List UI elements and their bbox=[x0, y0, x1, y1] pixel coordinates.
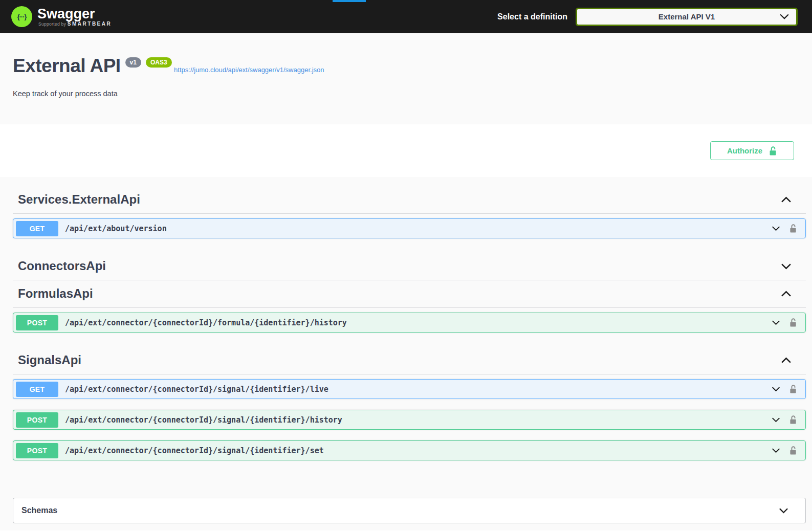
section-header-formulasapi[interactable]: FormulasApi bbox=[13, 280, 806, 308]
section-title: FormulasApi bbox=[18, 286, 93, 301]
operation-path: /api/ext/connector/{connectorId}/formula… bbox=[65, 318, 772, 327]
chevron-down-icon bbox=[781, 263, 792, 270]
operation-path: /api/ext/connector/{connectorId}/signal/… bbox=[65, 385, 772, 394]
section-signalsapi: SignalsApi GET /api/ext/connector/{conne… bbox=[13, 347, 806, 475]
method-badge: POST bbox=[16, 315, 58, 330]
section-title: Services.ExternalApi bbox=[18, 192, 140, 207]
operation-row[interactable]: POST /api/ext/connector/{connectorId}/si… bbox=[13, 410, 806, 430]
section-title: SignalsApi bbox=[18, 353, 81, 367]
operation-row[interactable]: GET /api/ext/connector/{connectorId}/sig… bbox=[13, 379, 806, 399]
chevron-up-icon bbox=[781, 357, 792, 364]
method-badge: POST bbox=[16, 443, 58, 458]
info-section: External API v1 OAS3 https://jumo.cloud/… bbox=[0, 33, 812, 124]
brand-name: Swagger bbox=[37, 7, 112, 21]
chevron-down-icon bbox=[772, 417, 780, 423]
chevron-down-icon bbox=[772, 320, 780, 325]
authorize-button-label: Authorize bbox=[727, 146, 762, 155]
top-progress-bar bbox=[333, 0, 366, 2]
section-connectorsapi: ConnectorsApi bbox=[13, 253, 806, 280]
schemas-section-header[interactable]: Schemas bbox=[13, 498, 806, 523]
unlock-icon[interactable] bbox=[789, 446, 797, 455]
chevron-down-icon bbox=[779, 507, 788, 514]
chevron-up-icon bbox=[781, 291, 792, 297]
section-header-connectorsapi[interactable]: ConnectorsApi bbox=[13, 253, 806, 280]
brand-subtitle: Supported by SMARTBEAR bbox=[38, 21, 112, 27]
api-description: Keep track of your process data bbox=[13, 90, 799, 98]
operation-path: /api/ext/connector/{connectorId}/signal/… bbox=[65, 446, 772, 455]
operations-area: Services.ExternalApi GET /api/ext/about/… bbox=[0, 177, 812, 530]
chevron-down-icon bbox=[780, 14, 789, 19]
unlock-icon[interactable] bbox=[789, 318, 797, 327]
version-badge: v1 bbox=[125, 57, 141, 68]
operation-row[interactable]: POST /api/ext/connector/{connectorId}/si… bbox=[13, 440, 806, 460]
operation-path: /api/ext/connector/{connectorId}/signal/… bbox=[65, 415, 772, 425]
method-badge: GET bbox=[16, 382, 58, 397]
operation-path: /api/ext/about/version bbox=[65, 224, 772, 233]
definition-select[interactable]: External API V1 bbox=[576, 8, 798, 26]
scheme-container: Authorize bbox=[0, 124, 812, 177]
method-badge: POST bbox=[16, 412, 58, 428]
unlock-icon[interactable] bbox=[789, 415, 797, 425]
api-title: External API bbox=[13, 55, 121, 77]
chevron-up-icon bbox=[781, 196, 792, 203]
swagger-brand: {···} Swagger Supported by SMARTBEAR bbox=[11, 6, 112, 27]
definition-select-label: Select a definition bbox=[497, 12, 567, 21]
smartbear-brand: SMARTBEAR bbox=[68, 21, 112, 27]
section-formulasapi: FormulasApi POST /api/ext/connector/{con… bbox=[13, 280, 806, 347]
section-header-signalsapi[interactable]: SignalsApi bbox=[13, 347, 806, 374]
definition-select-value: External API V1 bbox=[659, 12, 715, 21]
section-services-externalapi: Services.ExternalApi GET /api/ext/about/… bbox=[13, 186, 806, 253]
operation-row[interactable]: GET /api/ext/about/version bbox=[13, 218, 806, 238]
swagger-logo-icon: {···} bbox=[11, 6, 32, 27]
schemas-title: Schemas bbox=[21, 506, 57, 515]
oas3-badge: OAS3 bbox=[146, 57, 172, 68]
chevron-down-icon bbox=[772, 448, 780, 453]
chevron-down-icon bbox=[772, 386, 780, 392]
section-title: ConnectorsApi bbox=[18, 259, 106, 273]
spec-url-link[interactable]: https://jumo.cloud/api/ext/swagger/v1/sw… bbox=[174, 66, 324, 74]
operation-row[interactable]: POST /api/ext/connector/{connectorId}/fo… bbox=[13, 313, 806, 333]
authorize-button[interactable]: Authorize bbox=[710, 141, 794, 160]
unlock-icon[interactable] bbox=[789, 384, 797, 394]
topbar: {···} Swagger Supported by SMARTBEAR Sel… bbox=[0, 0, 812, 33]
method-badge: GET bbox=[16, 221, 58, 236]
section-header-services-externalapi[interactable]: Services.ExternalApi bbox=[13, 186, 806, 214]
supported-by-text: Supported by bbox=[38, 21, 68, 27]
unlock-icon[interactable] bbox=[789, 224, 797, 233]
chevron-down-icon bbox=[772, 226, 780, 231]
unlock-icon bbox=[769, 146, 777, 156]
